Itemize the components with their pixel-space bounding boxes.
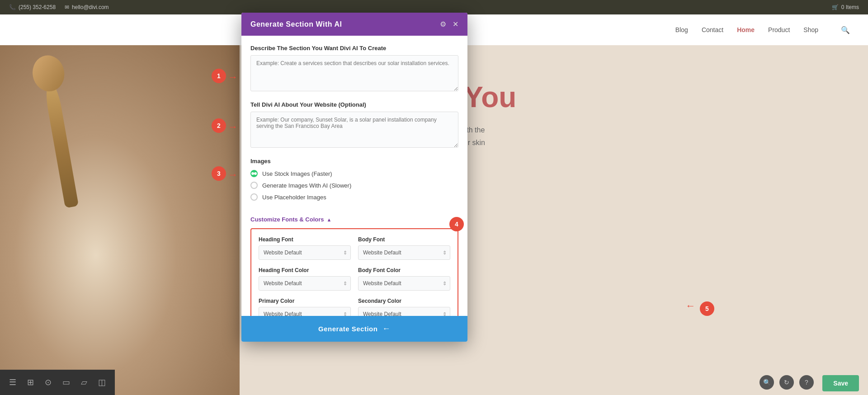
secondary-color-label: Secondary Color	[358, 298, 450, 304]
heading-font-field: Heading Font Website Default	[259, 236, 351, 260]
radio-ai-label: Generate Images With AI (Slower)	[262, 182, 351, 189]
modal-close-icon[interactable]: ✕	[453, 20, 458, 28]
email-address: hello@divi.com	[72, 4, 109, 10]
body-font-color-field: Body Font Color Website Default	[358, 267, 450, 291]
images-group: Images Use Stock Images (Faster) Generat…	[250, 158, 458, 201]
nav-link-shop[interactable]: Shop	[803, 26, 818, 33]
nav-link-blog[interactable]: Blog	[675, 26, 688, 33]
nav-link-contact[interactable]: Contact	[702, 26, 723, 33]
toolbar-icon-grid[interactable]: ⊞	[25, 376, 36, 389]
heading-font-color-field: Heading Font Color Website Default	[259, 267, 351, 291]
secondary-color-select[interactable]: Website Default	[358, 307, 450, 316]
customize-fonts-colors-link[interactable]: Customize Fonts & Colors ▲	[250, 216, 331, 223]
body-font-color-select[interactable]: Website Default	[358, 276, 450, 291]
modal-footer: Generate Section ←	[241, 316, 467, 342]
bowl-background	[0, 45, 240, 395]
primary-color-select[interactable]: Website Default	[259, 307, 351, 316]
update-icon[interactable]: ↻	[779, 375, 794, 390]
cart-icon: 🛒	[832, 4, 839, 10]
modal-body: Describe The Section You Want Divi AI To…	[241, 36, 467, 316]
section-description-input[interactable]	[250, 55, 458, 91]
toolbar-icon-tablet[interactable]: ▱	[79, 376, 89, 389]
font-row-1: Heading Font Website Default Body Font W…	[259, 236, 450, 260]
radio-stock-images[interactable]: Use Stock Images (Faster)	[250, 170, 458, 177]
nav-link-home[interactable]: Home	[737, 26, 755, 33]
cart-area[interactable]: 🛒 0 Items	[832, 4, 859, 10]
nav-links: Blog Contact Home Product Shop 🔍	[675, 26, 850, 34]
images-label: Images	[250, 158, 458, 165]
body-font-field: Body Font Website Default	[358, 236, 450, 260]
modal-header: Generate Section With AI ⚙ ✕	[241, 13, 467, 36]
search-bottom-icon[interactable]: 🔍	[760, 375, 774, 390]
radio-dot-placeholder	[250, 193, 258, 201]
body-font-select-wrapper: Website Default	[358, 245, 450, 260]
modal-title: Generate Section With AI	[250, 20, 342, 28]
customize-link-label: Customize Fonts & Colors	[250, 216, 324, 223]
section-description-group: Describe The Section You Want Divi AI To…	[250, 45, 458, 93]
modal-header-icons: ⚙ ✕	[440, 20, 458, 28]
nav-link-product[interactable]: Product	[768, 26, 790, 33]
generate-section-button[interactable]: Generate Section ←	[241, 316, 467, 342]
heading-font-color-select[interactable]: Website Default	[259, 276, 351, 291]
heading-font-color-label: Heading Font Color	[259, 267, 351, 273]
primary-color-field: Primary Color Website Default	[259, 298, 351, 316]
cart-label: 0 Items	[841, 4, 859, 10]
body-font-select[interactable]: Website Default	[358, 245, 450, 260]
section-description-label: Describe The Section You Want Divi AI To…	[250, 45, 458, 52]
generate-arrow-icon: ←	[382, 324, 391, 334]
heading-font-label: Heading Font	[259, 236, 351, 243]
font-row-3: Primary Color Website Default Secondary …	[259, 298, 450, 316]
body-font-label: Body Font	[358, 236, 450, 243]
ai-modal[interactable]: Generate Section With AI ⚙ ✕ Describe Th…	[241, 13, 467, 342]
primary-color-select-wrapper: Website Default	[259, 307, 351, 316]
font-color-grid: Heading Font Website Default Body Font W…	[250, 228, 458, 316]
secondary-color-field: Secondary Color Website Default	[358, 298, 450, 316]
help-icon[interactable]: ?	[799, 375, 814, 390]
bottom-toolbar: ☰ ⊞ ⊙ ▭ ▱ ◫	[0, 370, 115, 395]
email-icon: ✉	[65, 4, 69, 10]
toolbar-icon-menu[interactable]: ☰	[7, 376, 18, 389]
email-info: ✉ hello@divi.com	[65, 4, 109, 10]
generate-button-label: Generate Section	[318, 325, 377, 333]
font-row-2: Heading Font Color Website Default Body …	[259, 267, 450, 291]
modal-gear-icon[interactable]: ⚙	[440, 20, 446, 28]
secondary-color-select-wrapper: Website Default	[358, 307, 450, 316]
bottom-right-icons: 🔍 ↻ ?	[760, 375, 814, 390]
heading-font-select[interactable]: Website Default	[259, 245, 351, 260]
toolbar-icon-target[interactable]: ⊙	[43, 376, 53, 389]
body-font-color-select-wrapper: Website Default	[358, 276, 450, 291]
toolbar-icon-mobile[interactable]: ◫	[96, 376, 108, 389]
toolbar-icon-desktop[interactable]: ▭	[61, 376, 72, 389]
body-font-color-label: Body Font Color	[358, 267, 450, 273]
website-info-label: Tell Divi AI About Your Website (Optiona…	[250, 101, 458, 108]
search-icon[interactable]: 🔍	[841, 26, 850, 34]
website-info-input[interactable]	[250, 112, 458, 148]
radio-dot-stock	[250, 170, 258, 177]
radio-stock-label: Use Stock Images (Faster)	[262, 170, 332, 177]
radio-dot-ai	[250, 182, 258, 189]
radio-ai-images[interactable]: Generate Images With AI (Slower)	[250, 182, 458, 189]
customize-arrow-icon: ▲	[327, 217, 332, 222]
primary-color-label: Primary Color	[259, 298, 351, 304]
heading-font-color-select-wrapper: Website Default	[259, 276, 351, 291]
phone-number: (255) 352-6258	[19, 4, 56, 10]
phone-icon: 📞	[9, 4, 16, 10]
radio-placeholder-label: Use Placeholder Images	[262, 194, 326, 201]
radio-placeholder-images[interactable]: Use Placeholder Images	[250, 193, 458, 201]
image-options: Use Stock Images (Faster) Generate Image…	[250, 170, 458, 201]
spoon-decoration	[43, 81, 79, 208]
hero-photo	[0, 45, 240, 395]
save-button[interactable]: Save	[822, 375, 859, 391]
heading-font-select-wrapper: Website Default	[259, 245, 351, 260]
phone-info: 📞 (255) 352-6258	[9, 4, 56, 10]
website-info-group: Tell Divi AI About Your Website (Optiona…	[250, 101, 458, 150]
